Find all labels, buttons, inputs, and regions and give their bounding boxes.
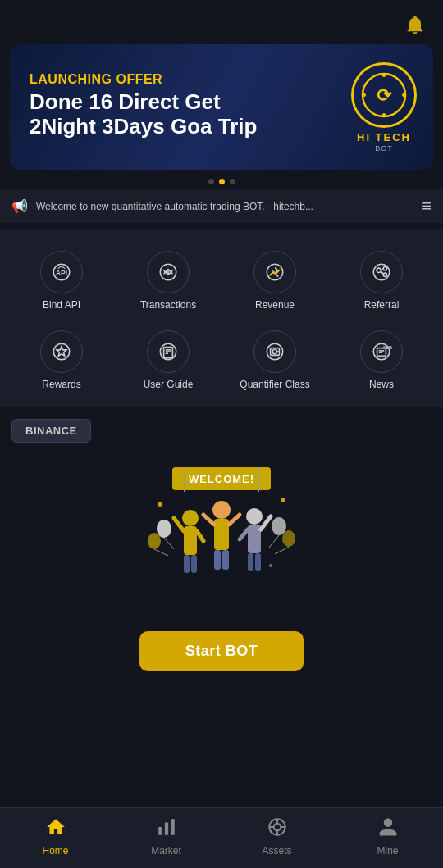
welcome-illustration: WELCOME! [139, 459, 304, 615]
svg-line-57 [164, 538, 174, 549]
user-guide-icon [147, 330, 190, 373]
header [0, 0, 443, 44]
grid-item-rewards[interactable]: Rewards [8, 324, 115, 397]
mine-label: Mine [377, 845, 398, 857]
grid-item-revenue[interactable]: $ Revenue [222, 244, 328, 317]
user-guide-label: User Guide [144, 379, 194, 390]
feature-grid-section: API Bind API Transactions [0, 229, 443, 407]
welcome-svg: WELCOME! [139, 459, 304, 615]
svg-point-71 [273, 824, 281, 831]
banner-content: LAUNCHING OFFER Done 16 Direct Get 2Nigh… [30, 72, 351, 143]
svg-line-55 [240, 529, 248, 539]
svg-text:API: API [56, 269, 67, 277]
svg-point-4 [382, 74, 386, 77]
rewards-label: Rewards [42, 379, 80, 390]
svg-rect-51 [248, 525, 261, 553]
svg-point-44 [212, 501, 231, 519]
svg-line-43 [197, 531, 203, 541]
svg-rect-53 [255, 553, 261, 571]
svg-point-2 [363, 93, 366, 97]
bell-icon[interactable] [402, 11, 428, 38]
revenue-icon: $ [253, 251, 296, 293]
svg-point-14 [383, 267, 386, 270]
binance-badge[interactable]: BINANCE [11, 419, 91, 443]
svg-point-60 [272, 517, 286, 535]
home-label: Home [42, 845, 68, 857]
revenue-label: Revenue [255, 299, 295, 311]
svg-line-17 [381, 271, 383, 274]
home-icon [45, 816, 66, 843]
dot-3[interactable] [230, 179, 235, 184]
bottom-navigation: Home Market Assets [0, 807, 443, 868]
svg-rect-47 [222, 550, 229, 570]
grid-item-bind-api[interactable]: API Bind API [8, 244, 115, 317]
bind-api-icon: API [40, 251, 83, 293]
svg-point-56 [157, 520, 171, 538]
ticker-menu-icon[interactable]: ≡ [422, 197, 432, 216]
brand-name: HI TECH [357, 131, 411, 143]
svg-line-42 [174, 518, 184, 531]
quantifier-class-icon [253, 330, 296, 373]
svg-rect-67 [158, 827, 162, 835]
svg-point-27 [272, 350, 276, 354]
transactions-icon [147, 251, 190, 293]
news-icon: NEWS [360, 330, 403, 373]
grid-item-quantifier-class[interactable]: Quantifier Class [222, 324, 328, 397]
grid-item-transactions[interactable]: Transactions [115, 244, 222, 317]
svg-point-65 [281, 498, 285, 502]
banner-logo: ⟳ HI TECH BOT [351, 62, 417, 152]
svg-line-63 [275, 547, 289, 554]
feature-grid: API Bind API Transactions [8, 244, 435, 398]
ticker-icon: 📢 [11, 198, 28, 214]
svg-point-13 [377, 268, 381, 272]
nav-item-mine[interactable]: Mine [332, 816, 443, 857]
svg-point-38 [182, 510, 199, 526]
transactions-label: Transactions [140, 299, 196, 311]
svg-point-15 [383, 273, 386, 276]
svg-point-62 [282, 530, 295, 547]
banner-title: Done 16 Direct Get 2Night 3Days Goa Trip [30, 90, 351, 139]
logo-circle: ⟳ [351, 62, 417, 128]
svg-rect-39 [184, 526, 197, 555]
start-bot-button[interactable]: Start BOT [139, 631, 304, 671]
svg-text:WELCOME!: WELCOME! [189, 473, 254, 485]
svg-point-5 [382, 113, 386, 116]
market-label: Market [151, 845, 181, 857]
ticker-text: Welcome to new quantitative automatic tr… [36, 201, 413, 212]
promo-banner: LAUNCHING OFFER Done 16 Direct Get 2Nigh… [10, 44, 433, 170]
svg-marker-19 [57, 347, 66, 357]
hitech-logo-icon: ⟳ [361, 72, 407, 118]
svg-rect-52 [248, 553, 253, 571]
referral-label: Referral [364, 299, 400, 311]
nav-item-home[interactable]: Home [0, 816, 111, 857]
dot-2[interactable] [219, 179, 225, 184]
svg-rect-21 [164, 348, 173, 358]
svg-line-59 [154, 549, 168, 556]
nav-item-market[interactable]: Market [111, 816, 222, 857]
referral-icon [360, 251, 403, 293]
grid-item-referral[interactable]: Referral [328, 244, 435, 317]
svg-line-61 [269, 535, 279, 548]
brand-sub: BOT [375, 144, 393, 152]
nav-item-assets[interactable]: Assets [222, 816, 332, 857]
quantifier-class-label: Quantifier Class [240, 379, 309, 390]
svg-rect-45 [214, 519, 229, 550]
svg-point-66 [269, 564, 272, 567]
grid-item-news[interactable]: NEWS News [328, 324, 435, 397]
svg-point-50 [246, 508, 263, 525]
rewards-icon [40, 330, 83, 373]
market-icon [156, 816, 177, 843]
grid-item-user-guide[interactable]: User Guide [115, 324, 222, 397]
exchange-section: BINANCE [11, 419, 91, 443]
svg-point-58 [148, 533, 161, 549]
dot-1[interactable] [208, 179, 214, 184]
news-ticker: 📢 Welcome to new quantitative automatic … [0, 189, 443, 223]
svg-rect-69 [171, 819, 174, 835]
svg-line-54 [261, 516, 271, 529]
banner-offer-text: LAUNCHING OFFER [30, 72, 351, 87]
welcome-section: WELCOME! [0, 443, 443, 688]
svg-line-48 [203, 515, 214, 525]
svg-point-25 [267, 344, 283, 361]
svg-rect-41 [191, 555, 197, 573]
svg-rect-68 [164, 823, 167, 835]
